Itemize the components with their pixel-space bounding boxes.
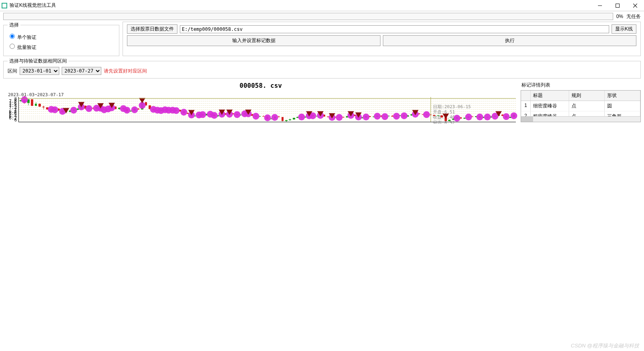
radio-batch[interactable] (10, 44, 15, 49)
marker-circle (253, 113, 260, 119)
marker-circle (393, 113, 400, 120)
window-close-button[interactable] (626, 0, 644, 11)
marker-triangle (245, 110, 252, 115)
marker-circle (173, 107, 180, 114)
marker-triangle (226, 110, 233, 115)
marker-circle (199, 111, 206, 118)
window-titlebar: 验证K线视觉想法工具 (0, 0, 644, 11)
marker-triangle (188, 110, 195, 115)
marker-triangle (109, 103, 115, 108)
radio-single-text: 单个验证 (17, 34, 36, 40)
marker-triangle (97, 103, 104, 108)
marker-triangle (412, 110, 419, 115)
show-kline-button[interactable]: 显示K线 (612, 24, 636, 34)
input-set-marker-button[interactable]: 输入并设置标记数据 (127, 35, 380, 46)
file-and-actions-group: 选择股票日数据文件 显示K线 输入并设置标记数据 执行 (123, 22, 641, 56)
marker-circle (211, 112, 217, 119)
marker-circle (400, 112, 407, 119)
marker-header-shape: 形状 (605, 91, 640, 101)
marker-circle (21, 97, 28, 103)
marker-circle (465, 113, 472, 120)
marker-triangle (495, 111, 502, 116)
marker-triangle (355, 112, 362, 117)
marker-triangle (317, 111, 324, 116)
radio-single[interactable] (10, 34, 15, 39)
marker-circle (123, 107, 130, 113)
marker-circle (374, 113, 381, 119)
marker-grid-header: 标题 规则 形状 (521, 91, 640, 101)
progress-percent: 0% (616, 14, 623, 19)
marker-triangle (348, 111, 354, 116)
file-path-input[interactable] (180, 25, 609, 33)
chart-title: 000058. csv (3, 80, 518, 91)
marker-circle (503, 113, 510, 120)
marker-circle (233, 111, 240, 118)
marker-circle (423, 111, 430, 118)
radio-single-label[interactable]: 单个验证 (8, 32, 115, 41)
radio-batch-label[interactable]: 批量验证 (8, 42, 115, 51)
chart-crosshair-horizontal (19, 98, 516, 99)
marker-circle (336, 114, 343, 121)
chart-crosshair-vertical (431, 97, 431, 122)
marker-circle (362, 113, 369, 120)
marker-circle (454, 115, 461, 121)
app-icon (2, 3, 7, 8)
marker-circle (181, 109, 187, 115)
marker-circle (298, 113, 305, 120)
progress-task-label: 无任务 (626, 13, 641, 20)
range-legend: 选择与待验证数据相同区间 (8, 58, 68, 65)
marker-triangle (443, 114, 449, 119)
marker-grid-row[interactable]: 1细密度峰谷点圆 (521, 101, 640, 111)
marker-circle (131, 106, 138, 113)
marker-grid-horiz-scrollbar[interactable] (521, 116, 640, 122)
range-label: 区间 (8, 68, 17, 75)
marker-triangle (306, 111, 312, 117)
chart-y-axis: 66.26.46.66.877.27.47.67.88 (3, 97, 18, 122)
execute-button[interactable]: 执行 (383, 35, 636, 46)
marker-circle (264, 114, 271, 121)
marker-circle (272, 114, 278, 121)
marker-grid[interactable]: 标题 规则 形状 1细密度峰谷点圆2粗密度峰谷点三角形 (521, 90, 641, 122)
marker-circle (382, 113, 388, 120)
range-group: 选择与待验证数据相同区间 区间 2023-01-01 2023-07-27 请先… (3, 58, 641, 79)
range-to-select[interactable]: 2023-07-27 (62, 67, 101, 75)
marker-list-title: 标记详情列表 (521, 80, 641, 90)
window-title: 验证K线视觉想法工具 (10, 2, 56, 9)
marker-circle (86, 105, 93, 112)
window-minimize-button[interactable] (591, 0, 609, 11)
choose-stock-file-button[interactable]: 选择股票日数据文件 (127, 24, 177, 34)
select-mode-group: 选择 单个验证 批量验证 (3, 22, 119, 56)
radio-batch-text: 批量验证 (17, 44, 36, 50)
scrollbar-thumb[interactable] (521, 117, 533, 122)
svg-rect-0 (616, 4, 620, 7)
progress-row: 0% 无任务 (0, 11, 644, 22)
marker-triangle (139, 98, 145, 103)
range-warning: 请先设置好对应区间 (104, 68, 147, 75)
marker-triangle (329, 113, 335, 119)
range-from-select[interactable]: 2023-01-01 (20, 67, 59, 75)
marker-circle (51, 106, 58, 113)
marker-circle (70, 107, 77, 113)
window-maximize-button[interactable] (609, 0, 626, 11)
marker-circle (511, 113, 517, 119)
marker-circle (477, 113, 483, 120)
select-mode-legend: 选择 (8, 22, 20, 28)
marker-header-title: 标题 (531, 91, 569, 101)
marker-header-rule: 规则 (569, 91, 605, 101)
marker-triangle (78, 102, 85, 107)
chart-panel[interactable]: 000058. csv 2023-01-03~2023-07-17 66.26.… (3, 80, 518, 122)
marker-triangle (219, 110, 225, 115)
chart-plot-area[interactable]: 日期:2023-06-15开盘:6.51收盘:6.46最高:6.52最低:6.4… (18, 97, 516, 122)
marker-triangle (63, 108, 69, 113)
progress-bar (3, 13, 613, 20)
marker-circle (484, 114, 491, 121)
